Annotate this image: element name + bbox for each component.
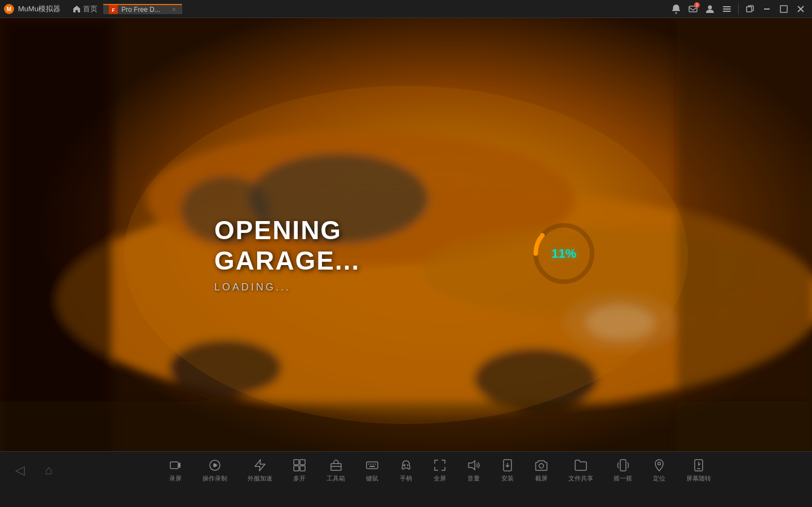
volume-label: 音量 bbox=[467, 474, 480, 483]
titlebar-controls: 2 bbox=[668, 1, 812, 17]
back-arrow[interactable]: ◁ bbox=[11, 458, 29, 482]
gamepad-label: 手柄 bbox=[400, 474, 412, 483]
restore-btn[interactable] bbox=[742, 1, 758, 17]
svg-rect-38 bbox=[300, 460, 305, 465]
screenshot-btn[interactable]: 截屏 bbox=[524, 458, 558, 483]
macro-label: 操作录制 bbox=[202, 474, 227, 483]
screenshot-label: 截屏 bbox=[535, 474, 548, 483]
install-icon bbox=[501, 458, 514, 472]
shake-btn[interactable]: 摇一摇 bbox=[603, 458, 642, 483]
volume-btn[interactable]: 音量 bbox=[457, 458, 491, 483]
game-tab-label: Pro Free D... bbox=[121, 6, 160, 14]
location-icon bbox=[652, 458, 666, 472]
svg-point-51 bbox=[407, 464, 408, 465]
multi-btn[interactable]: 多开 bbox=[283, 458, 316, 483]
multi-label: 多开 bbox=[293, 474, 306, 483]
svg-point-58 bbox=[658, 462, 661, 465]
svg-rect-7 bbox=[723, 6, 731, 7]
svg-point-4 bbox=[676, 12, 677, 14]
svg-rect-10 bbox=[747, 7, 752, 12]
svg-point-6 bbox=[708, 5, 712, 9]
titlebar: M MuMu模拟器 首页 F Pro Free D... × 2 bbox=[0, 0, 812, 18]
nav-arrows: ◁ ⌂ bbox=[0, 451, 68, 489]
home-tab[interactable]: 首页 bbox=[67, 2, 103, 16]
svg-rect-32 bbox=[170, 462, 178, 469]
fileshare-label: 文件共享 bbox=[568, 474, 593, 483]
screenfollow-label: 屏幕随转 bbox=[686, 474, 711, 483]
game-tab[interactable]: F Pro Free D... × bbox=[103, 4, 182, 14]
toolbox-label: 工具箱 bbox=[326, 474, 345, 483]
app-icon: M bbox=[2, 2, 16, 16]
speedup-label: 外服加速 bbox=[248, 474, 272, 483]
toolbar-container: 录屏 操作录制 外服 bbox=[158, 458, 721, 483]
tab-close-btn[interactable]: × bbox=[172, 6, 176, 14]
progress-text: 11% bbox=[551, 246, 576, 261]
keyboard-btn[interactable]: 键鼠 bbox=[355, 458, 389, 483]
close-btn[interactable] bbox=[793, 1, 809, 17]
fileshare-icon bbox=[574, 458, 588, 472]
svg-text:F: F bbox=[112, 7, 115, 13]
keyboard-icon bbox=[365, 458, 379, 472]
fullscreen-label: 全屏 bbox=[434, 474, 446, 483]
loading-label: LOADING... bbox=[214, 281, 451, 293]
gamepad-btn[interactable]: 手柄 bbox=[389, 458, 423, 483]
speedup-btn[interactable]: 外服加速 bbox=[237, 458, 283, 483]
speedup-icon bbox=[253, 458, 267, 472]
svg-point-52 bbox=[407, 465, 408, 466]
screenshot-icon bbox=[535, 458, 548, 472]
toolbox-icon bbox=[329, 458, 343, 472]
gamepad-icon bbox=[399, 458, 413, 472]
svg-rect-40 bbox=[300, 466, 305, 471]
record-icon bbox=[169, 458, 182, 472]
opening-title: OPENING GARAGE... bbox=[214, 214, 451, 275]
install-btn[interactable]: 安装 bbox=[491, 458, 524, 483]
fileshare-btn[interactable]: 文件共享 bbox=[558, 458, 603, 483]
record-label: 录屏 bbox=[169, 474, 182, 483]
keyboard-label: 键鼠 bbox=[366, 474, 378, 483]
location-btn[interactable]: 定位 bbox=[642, 458, 676, 483]
app-title: MuMu模拟器 bbox=[18, 4, 60, 14]
shake-icon bbox=[616, 458, 630, 472]
bottom-toolbar: ◁ ⌂ 录屏 bbox=[0, 451, 812, 489]
macro-icon bbox=[208, 458, 222, 472]
svg-rect-9 bbox=[723, 11, 731, 12]
fullscreen-icon bbox=[433, 458, 447, 472]
svg-rect-43 bbox=[367, 462, 378, 469]
svg-rect-39 bbox=[294, 466, 299, 471]
user-btn[interactable] bbox=[702, 1, 718, 17]
svg-marker-53 bbox=[469, 461, 475, 470]
screenfollow-btn[interactable]: 屏幕随转 bbox=[676, 458, 721, 483]
shake-label: 摇一摇 bbox=[614, 474, 632, 483]
maximize-btn[interactable] bbox=[776, 1, 792, 17]
menu-btn[interactable] bbox=[719, 1, 735, 17]
volume-icon bbox=[467, 458, 480, 472]
svg-point-56 bbox=[539, 464, 544, 468]
main-content: OPENING GARAGE... LOADING... 11% bbox=[0, 18, 812, 489]
screenfollow-icon bbox=[692, 458, 705, 472]
messages-btn[interactable]: 2 bbox=[685, 1, 701, 17]
record-btn[interactable]: 录屏 bbox=[158, 458, 192, 483]
svg-rect-12 bbox=[780, 6, 787, 12]
macro-btn[interactable]: 操作录制 bbox=[192, 458, 237, 483]
fullscreen-btn[interactable]: 全屏 bbox=[423, 458, 457, 483]
home-arrow[interactable]: ⌂ bbox=[41, 458, 57, 482]
install-label: 安装 bbox=[501, 474, 514, 483]
minimize-btn[interactable] bbox=[759, 1, 775, 17]
svg-rect-41 bbox=[331, 464, 341, 470]
svg-text:M: M bbox=[7, 6, 11, 12]
location-label: 定位 bbox=[653, 474, 665, 483]
notification-btn[interactable] bbox=[668, 1, 684, 17]
svg-rect-57 bbox=[620, 460, 626, 471]
svg-rect-8 bbox=[723, 8, 731, 10]
toolbox-btn[interactable]: 工具箱 bbox=[316, 458, 355, 483]
loading-ui: OPENING GARAGE... LOADING... 11% bbox=[214, 214, 598, 293]
svg-point-36 bbox=[213, 464, 217, 467]
progress-circle: 11% bbox=[530, 220, 598, 288]
message-badge: 2 bbox=[694, 2, 700, 8]
loading-text-section: OPENING GARAGE... LOADING... bbox=[214, 214, 451, 293]
svg-rect-37 bbox=[294, 460, 299, 465]
divider bbox=[738, 3, 739, 15]
multi-icon bbox=[293, 458, 306, 472]
